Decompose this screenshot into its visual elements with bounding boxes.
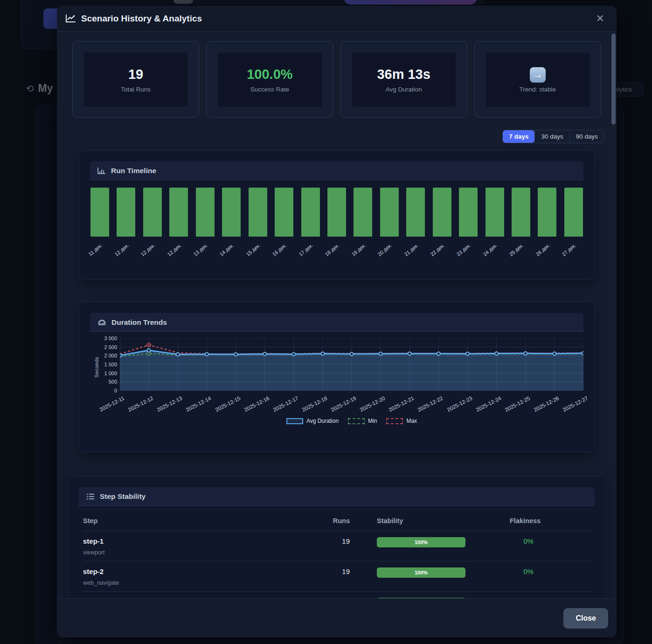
run-bar-label: 12 дек. <box>117 238 135 266</box>
run-bar-label: 23 дек. <box>459 238 478 266</box>
run-bar[interactable] <box>222 188 241 237</box>
run-bar[interactable] <box>90 188 109 237</box>
duration-legend: Avg DurationMinMax <box>120 418 583 424</box>
run-bar[interactable] <box>538 188 556 237</box>
close-icon[interactable]: ✕ <box>592 12 608 26</box>
table-row: step-1viewport19100%0% <box>83 531 590 561</box>
modal-scrollbar[interactable] <box>611 34 616 125</box>
run-bar[interactable] <box>354 188 372 237</box>
run-bar-label: 12 дек. <box>143 238 162 266</box>
y-tick-label: 2 500 <box>104 344 117 350</box>
x-tick-label: 2025-12-27 <box>562 395 589 413</box>
legend-item-min: Min <box>348 418 377 424</box>
run-bar[interactable] <box>117 188 135 237</box>
run-bar[interactable] <box>564 188 583 237</box>
range-button-30-days[interactable]: 30 days <box>534 130 569 143</box>
run-timeline-bars <box>90 188 583 237</box>
x-tick-label: 2025-12-14 <box>185 395 212 413</box>
step-tool: viewport <box>83 549 319 556</box>
col-step: Step <box>83 517 319 525</box>
stat-value: 19 <box>128 67 143 82</box>
step-name: step-1 <box>83 537 319 545</box>
stat-label: Trend: stable <box>520 86 556 93</box>
run-bar-label: 21 дек. <box>406 238 425 266</box>
run-timeline-title: Run Timeline <box>111 167 156 175</box>
run-bar[interactable] <box>301 188 320 237</box>
range-button-90-days[interactable]: 90 days <box>569 130 604 143</box>
run-timeline-labels: 11 дек.12 дек.12 дек.12 дек.13 дек.14 де… <box>90 238 583 266</box>
run-bar-label-text: 11 дек. <box>87 242 103 257</box>
col-stability: Stability <box>361 517 483 525</box>
run-bar-label: 22 дек. <box>433 238 451 266</box>
duration-trends-title: Duration Trends <box>111 318 167 327</box>
x-tick-label: 2025-12-18 <box>301 395 328 413</box>
run-bar[interactable] <box>486 188 504 237</box>
legend-swatch-max <box>386 418 403 424</box>
run-bar-label-text: 12 дек. <box>113 242 130 257</box>
run-bar[interactable] <box>380 188 399 237</box>
stat-card-1: 100.0%Success Rate <box>206 41 333 118</box>
run-bar-label-text: 19 дек. <box>350 242 367 257</box>
close-button[interactable]: Close <box>563 608 608 629</box>
stat-value: 100.0% <box>247 67 292 82</box>
run-bar[interactable] <box>143 188 162 237</box>
x-tick-label: 2025-12-13 <box>156 395 183 413</box>
duration-y-axis: Seconds 05001 0001 5002 0002 5003 000 <box>90 338 120 391</box>
x-tick-label: 2025-12-20 <box>359 395 386 413</box>
y-tick-label: 3 000 <box>104 336 117 341</box>
run-bar[interactable] <box>196 188 215 237</box>
flakiness-value: 0% <box>510 567 547 575</box>
col-flakiness: Flakiness <box>483 517 590 525</box>
run-bar-label: 20 дек. <box>380 238 399 266</box>
stat-label: Success Rate <box>250 86 289 93</box>
run-bar-label-text: 26 дек. <box>534 242 551 257</box>
col-runs: Runs <box>319 517 361 525</box>
x-tick-label: 2025-12-17 <box>272 395 299 413</box>
run-bar[interactable] <box>275 188 293 237</box>
range-row: 7 days30 days90 days <box>69 130 604 143</box>
stat-label: Avg Duration <box>386 86 422 93</box>
y-tick-label: 0 <box>114 388 117 393</box>
run-bar-label: 24 дек. <box>486 238 504 266</box>
run-bar-label: 11 дек. <box>90 238 109 266</box>
run-bar-label-text: 20 дек. <box>376 242 393 257</box>
run-bar-label-text: 17 дек. <box>298 242 314 257</box>
duration-x-labels: 2025-12-112025-12-122025-12-132025-12-14… <box>120 392 583 417</box>
range-button-7-days[interactable]: 7 days <box>503 130 534 143</box>
run-bar-label-text: 25 дек. <box>508 242 525 257</box>
stat-card-3: →Trend: stable <box>474 41 601 118</box>
run-bar[interactable] <box>406 188 425 237</box>
run-bar[interactable] <box>169 188 188 237</box>
run-bar-label: 14 дек. <box>222 238 241 266</box>
run-bar-label: 27 дек. <box>564 238 583 266</box>
run-bar-label-text: 13 дек. <box>192 242 208 257</box>
step-stability-title: Step Stability <box>100 492 146 501</box>
step-table-head: Step Runs Stability Flakiness <box>83 514 590 531</box>
modal-body: 19Total Runs100.0%Success Rate36m 13sAvg… <box>57 32 617 637</box>
y-tick-label: 500 <box>109 379 117 385</box>
flakiness-cell: 0% <box>483 537 590 545</box>
x-tick-label: 2025-12-26 <box>533 395 560 413</box>
run-timeline-panel: Run Timeline 11 дек.12 дек.12 дек.12 дек… <box>78 150 595 280</box>
stability-cell: 100% <box>361 537 483 547</box>
y-tick-label: 1 500 <box>104 362 117 367</box>
run-bar-label-text: 16 дек. <box>271 242 288 257</box>
run-bar-label-text: 18 дек. <box>324 242 340 257</box>
modal-title: Scenario History & Analytics <box>81 14 202 24</box>
legend-item-avg: Avg Duration <box>286 418 339 424</box>
x-tick-label: 2025-12-21 <box>388 395 415 413</box>
x-tick-label: 2025-12-19 <box>330 395 357 413</box>
step-stability-header: Step Stability <box>79 487 595 506</box>
run-bar[interactable] <box>327 188 346 237</box>
stability-bar: 100% <box>377 567 465 578</box>
stat-card-inner: 19Total Runs <box>84 53 187 107</box>
stability-bar: 100% <box>377 537 465 547</box>
y-tick-label: 1 000 <box>104 371 117 376</box>
legend-label: Avg Duration <box>306 418 339 424</box>
legend-label: Min <box>368 418 377 424</box>
run-bar[interactable] <box>433 188 451 237</box>
run-bar[interactable] <box>512 188 530 237</box>
run-bar[interactable] <box>249 188 267 237</box>
x-tick-label: 2025-12-12 <box>127 395 154 413</box>
run-bar[interactable] <box>459 188 478 237</box>
